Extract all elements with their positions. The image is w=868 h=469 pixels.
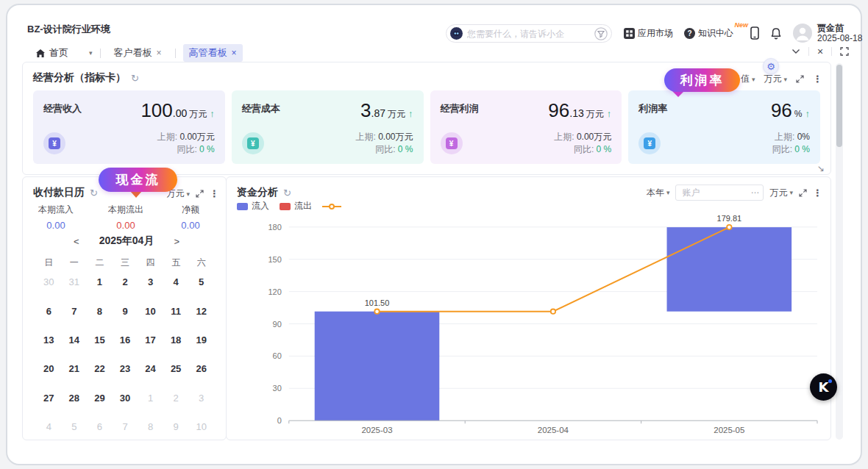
calendar-day[interactable]: 7 xyxy=(113,412,138,441)
notification-bell-icon[interactable] xyxy=(770,27,782,40)
calendar-day[interactable]: 30 xyxy=(36,268,62,296)
more-options-icon[interactable]: ⋮ xyxy=(210,188,220,199)
avatar xyxy=(793,24,812,43)
expand-icon[interactable] xyxy=(196,190,204,198)
calendar-day[interactable]: 4 xyxy=(163,268,189,296)
calendar-day[interactable]: 18 xyxy=(163,326,189,354)
tab-customer-board[interactable]: 客户看板 × xyxy=(108,44,168,62)
close-tab-icon[interactable]: × xyxy=(157,48,162,58)
scrollbar-thumb[interactable] xyxy=(836,65,842,147)
close-tab-icon[interactable]: × xyxy=(232,48,237,58)
chart-value-label: 101.50 xyxy=(365,298,390,307)
metric-card[interactable]: 经营收入100.00万元↑¥上期: 0.00万元同比: 0 % xyxy=(33,90,225,164)
period-dropdown[interactable]: 本年▾ xyxy=(647,187,670,199)
calendar-day[interactable]: 9 xyxy=(113,296,138,325)
legend-item[interactable]: 流入 xyxy=(237,200,269,212)
resize-handle-icon[interactable]: ↘ xyxy=(817,163,825,173)
chevron-down-icon[interactable]: ▾ xyxy=(89,49,93,57)
refresh-icon[interactable]: ↻ xyxy=(131,73,139,84)
expand-icon[interactable] xyxy=(799,189,807,197)
calendar-day[interactable]: 10 xyxy=(188,412,214,441)
chart-value-label: 179.81 xyxy=(717,214,742,223)
refresh-icon[interactable]: ↻ xyxy=(283,187,291,198)
stat-value: 0.00 xyxy=(181,220,199,231)
metric-card[interactable]: 经营利润96.13万元↑¥上期: 0.00万元同比: 0 % xyxy=(430,90,622,164)
tab-label: 高管看板 xyxy=(189,46,227,60)
prev-month-button[interactable]: < xyxy=(71,236,82,247)
tab-home[interactable]: 首页 xyxy=(35,46,68,60)
fullscreen-icon[interactable] xyxy=(840,47,849,56)
metric-card[interactable]: 利润率96%↑¥上期: 0%同比: 0 % xyxy=(628,90,820,164)
metric-sub: 上期: 0.00万元同比: 0 % xyxy=(554,131,611,156)
calendar-day[interactable]: 31 xyxy=(62,268,88,296)
unit-dropdown[interactable]: 万元▾ xyxy=(764,73,787,85)
filter-icon[interactable] xyxy=(594,27,608,40)
calendar-day[interactable]: 30 xyxy=(113,384,138,412)
search-input[interactable] xyxy=(467,29,594,39)
more-options-icon[interactable]: ⋮ xyxy=(813,187,823,198)
trend-up-icon: ↑ xyxy=(210,108,215,119)
account-select[interactable]: … xyxy=(675,185,764,201)
calendar-day[interactable]: 3 xyxy=(188,384,214,412)
metric-card[interactable]: 经营成本3.87万元↑¥上期: 0.00万元同比: 0 % xyxy=(232,90,424,164)
calendar-day[interactable]: 6 xyxy=(36,296,62,325)
calendar-day[interactable]: 13 xyxy=(36,326,62,354)
calendar-day[interactable]: 11 xyxy=(163,296,189,325)
calendar-day[interactable]: 6 xyxy=(87,412,113,441)
next-month-button[interactable]: > xyxy=(171,236,182,247)
calendar-day[interactable]: 22 xyxy=(87,354,113,383)
calendar-day[interactable]: 10 xyxy=(138,296,163,325)
tab-executive-board[interactable]: 高管看板 × xyxy=(183,44,243,62)
line-series-legend-marker[interactable] xyxy=(322,203,341,210)
more-options-icon[interactable]: ⋮ xyxy=(813,74,823,85)
calendar-day[interactable]: 5 xyxy=(62,412,88,441)
metric-yoy-value: 0 % xyxy=(794,144,810,154)
metric-yoy-value: 0 % xyxy=(597,144,612,154)
collapse-chevron-icon[interactable] xyxy=(791,49,800,54)
caret-down-icon: ▾ xyxy=(789,189,793,196)
calendar-day[interactable]: 14 xyxy=(62,326,88,354)
calendar-day[interactable]: 28 xyxy=(62,384,88,412)
calendar-day[interactable]: 15 xyxy=(87,326,113,354)
user-profile[interactable]: 贾金苗 2025-08-18 xyxy=(793,23,862,43)
knowledge-center-button[interactable]: ? 知识中心 New xyxy=(684,27,733,40)
calendar-day[interactable]: 17 xyxy=(138,326,163,354)
calendar-day[interactable]: 2 xyxy=(163,384,189,412)
calendar-day[interactable]: 20 xyxy=(36,354,62,383)
calendar-day[interactable]: 7 xyxy=(62,296,88,325)
legend-item[interactable]: 流出 xyxy=(280,200,312,212)
calendar-day[interactable]: 21 xyxy=(62,354,88,383)
calendar-day[interactable]: 26 xyxy=(188,354,214,383)
calendar-day[interactable]: 25 xyxy=(163,354,189,383)
calendar-day[interactable]: 5 xyxy=(188,268,214,296)
expand-icon[interactable] xyxy=(796,75,804,83)
calendar-day[interactable]: 1 xyxy=(87,268,113,296)
assistant-search-bar[interactable] xyxy=(446,24,612,43)
metric-prev-label: 上期: xyxy=(775,132,797,142)
calendar-day[interactable]: 1 xyxy=(138,384,163,412)
tab-divider xyxy=(100,49,101,58)
calendar-day[interactable]: 8 xyxy=(87,296,113,325)
calendar-day[interactable]: 2 xyxy=(113,268,138,296)
app-market-button[interactable]: 应用市场 xyxy=(624,27,673,40)
calendar-day[interactable]: 24 xyxy=(138,354,163,383)
calendar-day[interactable]: 16 xyxy=(113,326,138,354)
calendar-day[interactable]: 19 xyxy=(188,326,214,354)
calendar-day[interactable]: 8 xyxy=(138,412,163,441)
unit-dropdown[interactable]: 万元▾ xyxy=(769,187,793,199)
calendar-day[interactable]: 4 xyxy=(36,412,62,441)
calendar-day[interactable]: 12 xyxy=(188,296,214,325)
calendar-day[interactable]: 29 xyxy=(87,384,113,412)
calendar-day[interactable]: 9 xyxy=(163,412,189,441)
calendar-day[interactable]: 3 xyxy=(138,268,163,296)
calendar-day[interactable]: 23 xyxy=(113,354,138,383)
metric-icon: ¥ xyxy=(43,132,65,154)
mobile-phone-icon[interactable] xyxy=(750,26,759,40)
assistant-logo-button[interactable]: K xyxy=(810,373,837,401)
caret-down-icon: ▾ xyxy=(783,76,787,83)
calendar-day[interactable]: 27 xyxy=(36,384,62,412)
cashflow-badge: 现金流 xyxy=(99,168,177,192)
refresh-icon[interactable]: ↻ xyxy=(90,187,98,198)
settings-gear-button[interactable]: ⚙ xyxy=(763,58,779,74)
close-icon[interactable]: × xyxy=(817,46,823,57)
